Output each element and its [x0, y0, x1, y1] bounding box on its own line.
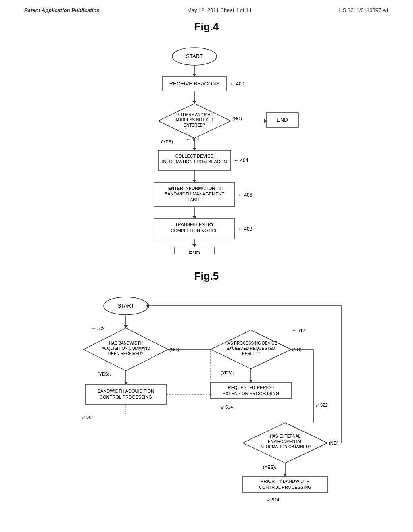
svg-marker-21 [192, 148, 196, 150]
svg-text:↙ 522: ↙ 522 [315, 403, 327, 407]
svg-text:← 512: ← 512 [292, 328, 305, 333]
svg-text:← 408: ← 408 [238, 226, 252, 232]
svg-text:← 404: ← 404 [234, 158, 248, 163]
svg-marker-8 [192, 101, 196, 104]
svg-text:COMPLETION NOTICE: COMPLETION NOTICE [171, 228, 218, 233]
fig5-section: Fig.5 START HAS BANDWIDTH ACQUISITION CO… [0, 266, 413, 532]
svg-marker-27 [192, 180, 196, 183]
svg-text:PERIOD?: PERIOD? [242, 351, 260, 356]
svg-text:BEEN RECEIVED?: BEEN RECEIVED? [108, 351, 144, 356]
fig5-title: Fig.5 [194, 270, 219, 283]
fig4-section: Fig.4 START RECEIVE BEACONS ← 400 [0, 17, 413, 266]
svg-marker-46 [124, 325, 128, 328]
svg-text:← 400: ← 400 [230, 81, 244, 87]
svg-text:ENTER INFORMATION IN: ENTER INFORMATION IN [168, 186, 221, 191]
fig5-diagram: START HAS BANDWIDTH ACQUISITION COMMAND … [61, 290, 352, 532]
svg-text:↙ 514: ↙ 514 [221, 405, 233, 409]
svg-marker-55 [124, 382, 128, 384]
svg-text:(YES)↓: (YES)↓ [98, 372, 112, 376]
svg-marker-87 [283, 474, 287, 476]
svg-text:(YES)↓: (YES)↓ [161, 139, 175, 144]
page-header: Patent Application Publication May 12, 2… [0, 0, 413, 17]
svg-marker-3 [192, 74, 196, 77]
fig4-diagram: START RECEIVE BEACONS ← 400 IS THERE ANY… [106, 40, 307, 266]
svg-text:START: START [117, 303, 134, 309]
svg-text:← 406: ← 406 [238, 192, 252, 198]
svg-text:EXCEEDED REQUESTED: EXCEEDED REQUESTED [227, 346, 275, 351]
header-publication-type: Patent Application Publication [24, 7, 100, 13]
svg-text:END: END [277, 117, 288, 123]
svg-text:TABLE: TABLE [188, 197, 201, 202]
svg-text:COLLECT DEVICE: COLLECT DEVICE [175, 154, 214, 158]
svg-text:BANDWIDTH ACQUISITION: BANDWIDTH ACQUISITION [98, 389, 154, 393]
svg-text:EXTENSION PROCESSING: EXTENSION PROCESSING [223, 391, 279, 396]
svg-text:RECEIVE BEACONS: RECEIVE BEACONS [169, 81, 220, 87]
svg-text:HAS BANDWIDTH: HAS BANDWIDTH [109, 341, 143, 345]
svg-marker-71 [249, 380, 253, 382]
svg-text:← 402: ← 402 [186, 137, 199, 142]
svg-text:END: END [189, 250, 200, 254]
svg-text:REQUESTED-PERIOD: REQUESTED-PERIOD [228, 385, 274, 390]
svg-marker-40 [192, 244, 196, 247]
svg-marker-34 [192, 216, 196, 219]
svg-text:TRANSMIT ENTRY: TRANSMIT ENTRY [175, 222, 214, 227]
svg-text:ENTERED?: ENTERED? [184, 123, 205, 127]
svg-text:CONTROL PROCESSING: CONTROL PROCESSING [100, 395, 152, 399]
svg-text:(YES)↓: (YES)↓ [221, 370, 235, 375]
svg-text:BANDWIDTH MANAGEMENT: BANDWIDTH MANAGEMENT [165, 191, 225, 196]
svg-text:(YES)↓: (YES)↓ [263, 465, 277, 470]
svg-text:↙ 504: ↙ 504 [81, 415, 94, 420]
svg-text:HAS PROCESSING DEVICE: HAS PROCESSING DEVICE [225, 341, 277, 345]
svg-text:CONTROL PROCESSING: CONTROL PROCESSING [259, 485, 311, 490]
svg-text:ACQUISITION COMMAND: ACQUISITION COMMAND [102, 346, 150, 351]
svg-text:INFORMATION FROM BEACON: INFORMATION FROM BEACON [162, 159, 227, 164]
svg-text:IS THERE ANY MAC: IS THERE ANY MAC [175, 112, 213, 117]
svg-text:(NO): (NO) [232, 116, 242, 121]
svg-text:ADDRESS NOT YET: ADDRESS NOT YET [175, 118, 213, 122]
svg-text:HAS EXTERNAL: HAS EXTERNAL [270, 434, 301, 438]
svg-text:← 502: ← 502 [92, 326, 104, 331]
svg-text:↙ 524: ↙ 524 [267, 497, 279, 502]
fig4-title: Fig.4 [194, 21, 219, 33]
header-patent-number: US 2011/0110397 A1 [339, 7, 389, 13]
svg-text:INFORMATION OBTAINED?: INFORMATION OBTAINED? [259, 445, 311, 449]
svg-text:ENVIRONMENTAL: ENVIRONMENTAL [268, 439, 302, 444]
header-date-sheet: May 12, 2011 Sheet 4 of 14 [187, 7, 252, 13]
svg-text:START: START [186, 53, 202, 59]
svg-text:PRIORITY BANDWIDTH: PRIORITY BANDWIDTH [261, 479, 309, 484]
page: Patent Application Publication May 12, 2… [0, 0, 413, 532]
